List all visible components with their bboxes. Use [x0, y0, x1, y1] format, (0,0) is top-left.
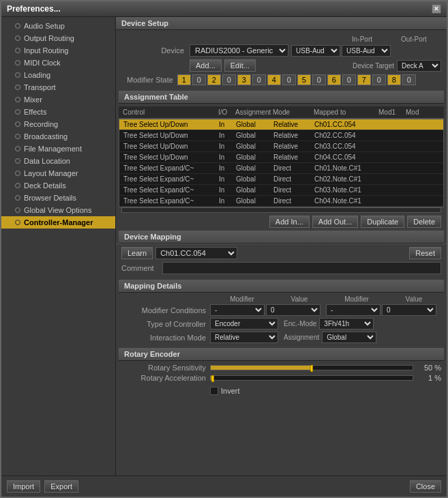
table-row[interactable]: Tree Select Up/DownInGlobalRelativeCh03.… [119, 141, 443, 152]
sidebar-item-loading[interactable]: Loading [1, 69, 115, 81]
sidebar-item-midi-clock[interactable]: MIDI Clock [1, 57, 115, 69]
sidebar-item-input-routing[interactable]: Input Routing [1, 44, 115, 57]
table-row[interactable]: Tree Select Up/DownInGlobalRelativeCh04.… [119, 152, 443, 163]
mod-cond-select-1[interactable]: - [210, 304, 265, 316]
sidebar-item-mixer[interactable]: Mixer [1, 93, 115, 106]
table-cell [405, 196, 432, 205]
mod-val-1[interactable]: 0 [192, 74, 206, 85]
mod-btn-8[interactable]: 8 [387, 74, 401, 85]
mod-cond-val-2[interactable]: 0 [382, 304, 436, 316]
mapping-details-header: Mapping Details [119, 280, 444, 293]
edit-button[interactable]: Edit... [224, 59, 256, 72]
sidebar-label-input-routing: Input Routing [24, 46, 68, 55]
sidebar-label-broadcasting: Broadcasting [24, 132, 68, 141]
table-row[interactable]: Tree Select Expand/C~InGlobalDirectCh01.… [119, 163, 443, 174]
export-button[interactable]: Export [44, 480, 78, 493]
acceleration-slider-track[interactable] [210, 375, 413, 381]
table-cell: Ch02.Note.C#1 [313, 175, 378, 184]
interaction-mode-select[interactable]: Relative [210, 332, 278, 343]
close-button[interactable]: Close [410, 480, 441, 493]
in-port-select[interactable]: USB-Aud [291, 45, 340, 57]
mod-btn-1[interactable]: 1 [177, 74, 191, 85]
sensitivity-slider-track[interactable] [210, 365, 413, 370]
controller-type-select[interactable]: Encoder [210, 318, 278, 329]
sidebar-label-controller-manager: Controller-Manager [24, 218, 93, 226]
assignment-label: Assignment [284, 334, 319, 341]
mod-btn-6[interactable]: 6 [327, 74, 341, 85]
mod-val-7[interactable]: 0 [372, 74, 386, 85]
reset-button[interactable]: Reset [409, 247, 441, 259]
sidebar-item-transport[interactable]: Transport [1, 81, 115, 93]
sidebar-item-controller-manager[interactable]: Controller-Manager [1, 216, 115, 229]
sidebar-item-effects[interactable]: Effects [1, 106, 115, 118]
delete-button[interactable]: Delete [407, 216, 441, 228]
close-icon[interactable]: ✕ [432, 4, 441, 14]
table-cell: In [218, 131, 235, 140]
type-of-controller-label: Type of Controller [121, 320, 210, 328]
sidebar-item-recording[interactable]: Recording [1, 118, 115, 130]
add-in-button[interactable]: Add In... [269, 216, 310, 228]
duplicate-button[interactable]: Duplicate [361, 216, 404, 228]
mod-val-5[interactable]: 0 [312, 74, 326, 85]
col-mode: Mode [271, 108, 312, 117]
sidebar-label-browser-details: Browser Details [24, 194, 76, 202]
mod-btn-7[interactable]: 7 [357, 74, 371, 85]
table-body: Tree Select Up/DownInGlobalRelativeCh01.… [119, 119, 444, 207]
table-row[interactable]: Tree Select Expand/C~InGlobalDirectCh02.… [119, 174, 443, 185]
import-button[interactable]: Import [7, 480, 40, 493]
mod-val-8[interactable]: 0 [402, 74, 416, 85]
sidebar-item-global-view-options[interactable]: Global View Options [1, 204, 115, 216]
out-port-select[interactable]: USB-Aud [342, 45, 391, 57]
sensitivity-handle [310, 365, 313, 372]
sidebar-item-audio-setup[interactable]: Audio Setup [1, 20, 115, 32]
device-select[interactable]: RADIUS2000 - Generic M [190, 44, 288, 57]
col-assignment: Assignment [234, 108, 271, 117]
mod-val-3[interactable]: 0 [252, 74, 266, 85]
sensitivity-fill [211, 366, 312, 370]
interaction-mode-row: Interaction Mode Relative Assignment Glo… [121, 332, 441, 343]
sidebar-item-layout-manager[interactable]: Layout Manager [1, 167, 115, 179]
mod-btn-3[interactable]: 3 [237, 74, 251, 85]
device-setup: In-Port Out-Port Device RADIUS2000 - Gen… [116, 33, 447, 91]
table-row[interactable]: Tree Select Up/DownInGlobalRelativeCh01.… [119, 119, 443, 130]
learn-button[interactable]: Learn [121, 247, 153, 259]
mod-btn-5[interactable]: 5 [297, 74, 311, 85]
mod-cond-val-1[interactable]: 0 [266, 304, 320, 316]
mod-btn-2[interactable]: 2 [207, 74, 221, 85]
sidebar-label-recording: Recording [24, 120, 58, 128]
mod-val-6[interactable]: 0 [342, 74, 356, 85]
sidebar-item-output-routing[interactable]: Output Routing [1, 32, 115, 44]
assignment-select[interactable]: Global [322, 332, 376, 343]
mod-cond-select-2[interactable]: - [326, 304, 380, 316]
add-out-button[interactable]: Add Out... [312, 216, 359, 228]
add-button[interactable]: Add... [190, 59, 222, 72]
sidebar-label-deck-details: Deck Details [24, 181, 66, 190]
comment-label: Comment [121, 264, 160, 272]
sidebar-dot-global-view-options [15, 207, 20, 213]
device-target-select[interactable]: Deck A [397, 60, 441, 72]
sidebar-item-browser-details[interactable]: Browser Details [1, 192, 115, 204]
table-cell: Global [235, 175, 272, 184]
sidebar-item-broadcasting[interactable]: Broadcasting [1, 130, 115, 143]
rotary-acceleration-label: Rotary Acceleration [121, 374, 210, 382]
mod-val-2[interactable]: 0 [222, 74, 236, 85]
mod-btn-4[interactable]: 4 [267, 74, 281, 85]
preferences-window: Preferences... ✕ Audio SetupOutput Routi… [0, 0, 448, 498]
mapping-select[interactable]: Ch01.CC.054 [155, 247, 237, 259]
sidebar-dot-controller-manager [15, 220, 20, 225]
enc-mode-select[interactable]: 3Fh/41h [319, 318, 374, 329]
sidebar-label-transport: Transport [24, 83, 56, 91]
invert-checkbox[interactable] [210, 387, 218, 395]
table-cell [405, 175, 432, 184]
table-row[interactable]: Tree Select Expand/C~InGlobalDirectCh03.… [119, 185, 443, 196]
table-scrollbar[interactable] [121, 207, 441, 213]
comment-input[interactable] [162, 262, 441, 274]
learn-row: Learn Ch01.CC.054 Reset [121, 247, 441, 259]
table-row[interactable]: Tree Select Expand/C~InGlobalDirectCh04.… [119, 196, 443, 207]
window-title: Preferences... [7, 4, 61, 14]
mod-val-4[interactable]: 0 [282, 74, 296, 85]
sidebar-item-data-location[interactable]: Data Location [1, 155, 115, 167]
table-row[interactable]: Tree Select Up/DownInGlobalRelativeCh02.… [119, 130, 443, 141]
sidebar-item-file-management[interactable]: File Management [1, 143, 115, 155]
sidebar-item-deck-details[interactable]: Deck Details [1, 179, 115, 192]
